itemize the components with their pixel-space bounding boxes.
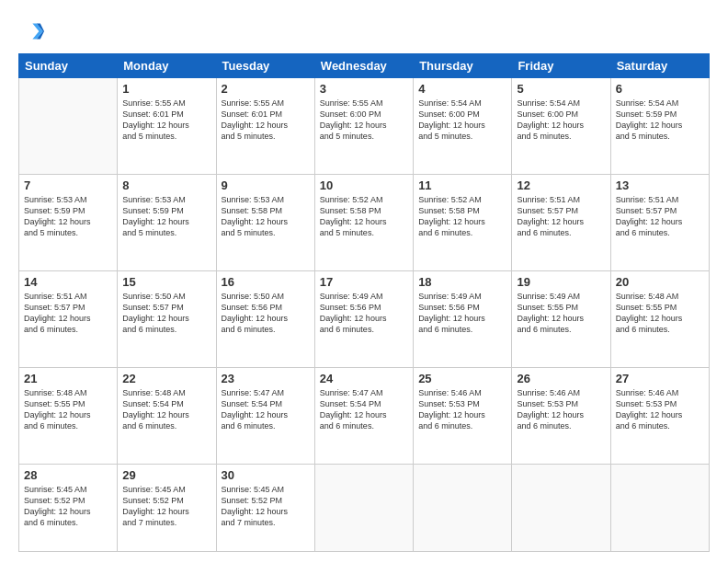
calendar-cell: 10Sunrise: 5:52 AM Sunset: 5:58 PM Dayli… (314, 174, 413, 270)
day-number: 28 (24, 468, 112, 482)
calendar-cell: 22Sunrise: 5:48 AM Sunset: 5:54 PM Dayli… (118, 367, 216, 464)
day-info: Sunrise: 5:46 AM Sunset: 5:53 PM Dayligh… (418, 387, 506, 432)
day-info: Sunrise: 5:51 AM Sunset: 5:57 PM Dayligh… (24, 291, 112, 336)
calendar-cell: 8Sunrise: 5:53 AM Sunset: 5:59 PM Daylig… (118, 174, 216, 270)
calendar-table: SundayMondayTuesdayWednesdayThursdayFrid… (18, 53, 710, 552)
calendar-cell: 2Sunrise: 5:55 AM Sunset: 6:01 PM Daylig… (216, 78, 314, 175)
day-info: Sunrise: 5:55 AM Sunset: 6:01 PM Dayligh… (222, 98, 310, 143)
header (18, 17, 710, 44)
day-info: Sunrise: 5:45 AM Sunset: 5:52 PM Dayligh… (222, 484, 310, 529)
day-info: Sunrise: 5:47 AM Sunset: 5:54 PM Dayligh… (320, 387, 408, 432)
day-info: Sunrise: 5:48 AM Sunset: 5:55 PM Dayligh… (24, 387, 112, 432)
day-number: 23 (222, 372, 310, 385)
calendar-cell (610, 464, 709, 551)
calendar-cell: 14Sunrise: 5:51 AM Sunset: 5:57 PM Dayli… (19, 270, 118, 367)
calendar-cell: 23Sunrise: 5:47 AM Sunset: 5:54 PM Dayli… (216, 367, 314, 464)
day-number: 21 (24, 372, 112, 385)
calendar-cell: 16Sunrise: 5:50 AM Sunset: 5:56 PM Dayli… (216, 270, 314, 367)
calendar-cell: 7Sunrise: 5:53 AM Sunset: 5:59 PM Daylig… (19, 174, 118, 270)
page: SundayMondayTuesdayWednesdayThursdayFrid… (0, 0, 728, 563)
day-number: 9 (222, 178, 310, 192)
day-info: Sunrise: 5:54 AM Sunset: 6:00 PM Dayligh… (418, 98, 506, 143)
calendar-cell (512, 464, 610, 551)
calendar-week-row: 14Sunrise: 5:51 AM Sunset: 5:57 PM Dayli… (19, 270, 710, 367)
day-number: 6 (616, 82, 704, 96)
calendar-cell: 26Sunrise: 5:46 AM Sunset: 5:53 PM Dayli… (512, 367, 610, 464)
calendar-cell: 13Sunrise: 5:51 AM Sunset: 5:57 PM Dayli… (610, 174, 709, 270)
weekday-header: Monday (118, 54, 216, 78)
day-number: 24 (320, 372, 408, 385)
calendar-cell: 24Sunrise: 5:47 AM Sunset: 5:54 PM Dayli… (314, 367, 413, 464)
day-number: 2 (222, 82, 310, 96)
day-info: Sunrise: 5:48 AM Sunset: 5:54 PM Dayligh… (122, 387, 210, 432)
calendar-cell: 30Sunrise: 5:45 AM Sunset: 5:52 PM Dayli… (216, 464, 314, 551)
day-number: 11 (418, 178, 506, 192)
calendar-cell: 19Sunrise: 5:49 AM Sunset: 5:55 PM Dayli… (512, 270, 610, 367)
day-info: Sunrise: 5:53 AM Sunset: 5:58 PM Dayligh… (222, 194, 310, 239)
calendar-cell: 29Sunrise: 5:45 AM Sunset: 5:52 PM Dayli… (118, 464, 216, 551)
calendar-cell: 27Sunrise: 5:46 AM Sunset: 5:53 PM Dayli… (610, 367, 709, 464)
calendar-week-row: 28Sunrise: 5:45 AM Sunset: 5:52 PM Dayli… (19, 464, 710, 551)
calendar-cell: 6Sunrise: 5:54 AM Sunset: 5:59 PM Daylig… (610, 78, 709, 175)
day-number: 14 (24, 275, 112, 289)
calendar-cell: 3Sunrise: 5:55 AM Sunset: 6:00 PM Daylig… (314, 78, 413, 175)
header-row: SundayMondayTuesdayWednesdayThursdayFrid… (19, 54, 710, 78)
day-info: Sunrise: 5:52 AM Sunset: 5:58 PM Dayligh… (320, 194, 408, 239)
day-number: 27 (616, 372, 704, 385)
day-info: Sunrise: 5:49 AM Sunset: 5:55 PM Dayligh… (517, 291, 605, 336)
day-info: Sunrise: 5:51 AM Sunset: 5:57 PM Dayligh… (616, 194, 704, 239)
day-number: 17 (320, 275, 408, 289)
calendar-cell: 18Sunrise: 5:49 AM Sunset: 5:56 PM Dayli… (414, 270, 512, 367)
calendar-cell (414, 464, 512, 551)
logo (18, 20, 46, 44)
calendar-week-row: 7Sunrise: 5:53 AM Sunset: 5:59 PM Daylig… (19, 174, 710, 270)
calendar-week-row: 21Sunrise: 5:48 AM Sunset: 5:55 PM Dayli… (19, 367, 710, 464)
calendar-cell: 9Sunrise: 5:53 AM Sunset: 5:58 PM Daylig… (216, 174, 314, 270)
day-info: Sunrise: 5:55 AM Sunset: 6:00 PM Dayligh… (320, 98, 408, 143)
calendar-week-row: 1Sunrise: 5:55 AM Sunset: 6:01 PM Daylig… (19, 78, 710, 175)
calendar-cell: 5Sunrise: 5:54 AM Sunset: 6:00 PM Daylig… (512, 78, 610, 175)
day-number: 13 (616, 178, 704, 192)
day-number: 7 (24, 178, 112, 192)
day-number: 22 (122, 372, 210, 385)
day-info: Sunrise: 5:55 AM Sunset: 6:01 PM Dayligh… (122, 98, 210, 143)
calendar-cell (314, 464, 413, 551)
day-number: 15 (122, 275, 210, 289)
day-number: 10 (320, 178, 408, 192)
day-number: 19 (517, 275, 605, 289)
day-info: Sunrise: 5:48 AM Sunset: 5:55 PM Dayligh… (616, 291, 704, 336)
day-info: Sunrise: 5:47 AM Sunset: 5:54 PM Dayligh… (222, 387, 310, 432)
day-info: Sunrise: 5:45 AM Sunset: 5:52 PM Dayligh… (24, 484, 112, 529)
weekday-header: Wednesday (314, 54, 413, 78)
day-number: 30 (222, 468, 310, 482)
day-info: Sunrise: 5:50 AM Sunset: 5:56 PM Dayligh… (222, 291, 310, 336)
day-info: Sunrise: 5:50 AM Sunset: 5:57 PM Dayligh… (122, 291, 210, 336)
day-number: 20 (616, 275, 704, 289)
day-number: 5 (517, 82, 605, 96)
day-info: Sunrise: 5:53 AM Sunset: 5:59 PM Dayligh… (24, 194, 112, 239)
day-number: 8 (122, 178, 210, 192)
weekday-header: Tuesday (216, 54, 314, 78)
day-number: 18 (418, 275, 506, 289)
day-number: 3 (320, 82, 408, 96)
day-info: Sunrise: 5:54 AM Sunset: 5:59 PM Dayligh… (616, 98, 704, 143)
day-number: 12 (517, 178, 605, 192)
day-number: 25 (418, 372, 506, 385)
calendar-cell: 25Sunrise: 5:46 AM Sunset: 5:53 PM Dayli… (414, 367, 512, 464)
day-info: Sunrise: 5:46 AM Sunset: 5:53 PM Dayligh… (517, 387, 605, 432)
weekday-header: Thursday (414, 54, 512, 78)
day-info: Sunrise: 5:49 AM Sunset: 5:56 PM Dayligh… (418, 291, 506, 336)
day-number: 16 (222, 275, 310, 289)
day-number: 26 (517, 372, 605, 385)
calendar-cell (19, 78, 118, 175)
day-info: Sunrise: 5:53 AM Sunset: 5:59 PM Dayligh… (122, 194, 210, 239)
calendar-cell: 11Sunrise: 5:52 AM Sunset: 5:58 PM Dayli… (414, 174, 512, 270)
calendar-cell: 12Sunrise: 5:51 AM Sunset: 5:57 PM Dayli… (512, 174, 610, 270)
calendar-cell: 15Sunrise: 5:50 AM Sunset: 5:57 PM Dayli… (118, 270, 216, 367)
calendar-cell: 4Sunrise: 5:54 AM Sunset: 6:00 PM Daylig… (414, 78, 512, 175)
day-number: 1 (122, 82, 210, 96)
day-info: Sunrise: 5:46 AM Sunset: 5:53 PM Dayligh… (616, 387, 704, 432)
weekday-header: Saturday (610, 54, 709, 78)
weekday-header: Friday (512, 54, 610, 78)
calendar-cell: 21Sunrise: 5:48 AM Sunset: 5:55 PM Dayli… (19, 367, 118, 464)
